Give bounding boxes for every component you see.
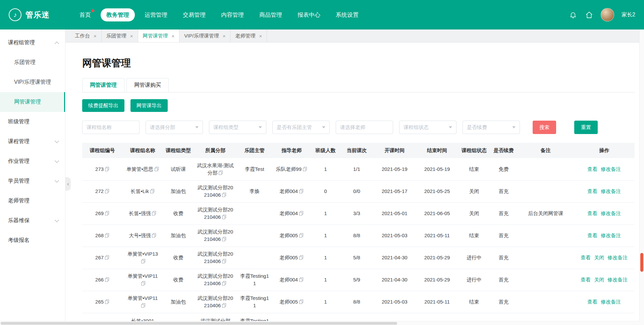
copy-icon[interactable] <box>105 211 109 216</box>
copy-icon[interactable] <box>141 281 146 286</box>
copy-icon[interactable] <box>303 167 307 172</box>
copy-icon[interactable] <box>299 233 304 238</box>
nav-item[interactable]: 商品管理 <box>254 8 288 21</box>
row-action[interactable]: 查看 <box>587 188 597 194</box>
copy-icon[interactable] <box>105 277 109 282</box>
open-tab[interactable]: 工作台× <box>70 29 102 42</box>
brand[interactable]: ♪ 管乐迷 <box>9 8 62 21</box>
copy-icon[interactable] <box>299 211 304 216</box>
copy-icon[interactable] <box>141 259 146 264</box>
copy-icon[interactable] <box>222 281 226 286</box>
bell-icon[interactable] <box>569 10 577 19</box>
close-icon[interactable]: × <box>130 33 133 39</box>
reset-button[interactable]: 重置 <box>574 121 598 134</box>
row-action[interactable]: 查看 <box>587 233 597 238</box>
search-button[interactable]: 搜索 <box>533 121 556 134</box>
filter-select[interactable]: 课程组类型 <box>209 121 266 134</box>
open-tab[interactable]: 网管课管理× <box>138 29 180 42</box>
home-icon[interactable] <box>585 10 593 19</box>
cell-course-group-id: 267 <box>82 247 122 269</box>
copy-icon[interactable] <box>299 300 304 304</box>
vertical-scrollbar[interactable] <box>639 29 644 321</box>
row-action[interactable]: 修改备注 <box>601 299 621 305</box>
row-action[interactable]: 修改备注 <box>601 233 621 238</box>
row-action[interactable]: 关闭 <box>594 277 604 282</box>
row-action[interactable]: 查看 <box>581 277 591 282</box>
filter-input[interactable]: 请选择老师 <box>336 121 393 134</box>
copy-icon[interactable] <box>299 255 304 260</box>
row-action[interactable]: 修改备注 <box>607 255 628 260</box>
copy-icon[interactable] <box>105 189 109 194</box>
filter-select[interactable]: 是否续费 <box>463 121 520 134</box>
copy-icon[interactable] <box>141 303 146 308</box>
export-button[interactable]: 续费提醒导出 <box>82 99 124 112</box>
nav-item[interactable]: 系统设置 <box>330 8 364 21</box>
open-tab[interactable]: 老师管理× <box>230 29 267 42</box>
vertical-scrollbar-thumb[interactable] <box>640 253 643 272</box>
filter-input[interactable]: 课程组名称 <box>82 121 140 134</box>
row-action[interactable]: 查看 <box>587 166 597 172</box>
copy-icon[interactable] <box>105 300 109 304</box>
export-button[interactable]: 网管课导出 <box>130 99 168 112</box>
sidebar-item[interactable]: 老师管理 <box>0 191 65 211</box>
copy-icon[interactable] <box>105 255 109 260</box>
row-action[interactable]: 查看 <box>581 255 591 260</box>
sidebar-item[interactable]: 课程组管理 <box>0 33 65 53</box>
close-icon[interactable]: × <box>172 33 175 39</box>
copy-icon[interactable] <box>299 277 304 282</box>
row-action[interactable]: 修改备注 <box>601 210 621 216</box>
copy-icon[interactable] <box>222 259 226 264</box>
copy-icon[interactable] <box>299 189 304 194</box>
horizontal-scrollbar[interactable] <box>0 321 639 325</box>
sidebar-item[interactable]: 班级管理 <box>0 112 65 132</box>
subtab[interactable]: 网管课购买 <box>126 78 169 92</box>
filter-select[interactable]: 是否有乐团主管 <box>272 121 330 134</box>
row-action[interactable]: 查看 <box>587 210 597 216</box>
copy-icon[interactable] <box>155 167 159 172</box>
copy-icon[interactable] <box>105 167 109 172</box>
nav-item[interactable]: 教务管理 <box>101 8 135 21</box>
sidebar-item[interactable]: 乐团管理 <box>0 53 65 72</box>
copy-icon[interactable] <box>219 171 223 175</box>
row-action[interactable]: 修改备注 <box>601 188 621 194</box>
avatar[interactable] <box>601 8 614 21</box>
subtab[interactable]: 网管课管理 <box>82 78 124 92</box>
sidebar-item[interactable]: 作业管理 <box>0 151 65 171</box>
close-icon[interactable]: × <box>223 33 226 39</box>
close-icon[interactable]: × <box>94 33 97 39</box>
row-action[interactable]: 修改备注 <box>607 277 628 282</box>
row-action[interactable]: 查看 <box>587 299 597 305</box>
sidebar-item[interactable]: 学员管理 <box>0 171 65 191</box>
close-icon[interactable]: × <box>259 33 262 39</box>
copy-icon[interactable] <box>152 233 156 238</box>
copy-icon[interactable] <box>222 193 226 197</box>
row-action[interactable]: 关闭 <box>594 255 604 260</box>
nav-item[interactable]: 报表中心 <box>292 8 326 21</box>
sidebar-item[interactable]: 网管课管理 <box>0 92 65 112</box>
sidebar-item[interactable]: 考级报名 <box>0 231 65 250</box>
nav-item[interactable]: 运营管理 <box>139 8 173 21</box>
copy-icon[interactable] <box>222 215 226 219</box>
cell-course-group-name: 长笛•强强 <box>122 202 163 224</box>
user-name[interactable]: 家长2 <box>622 11 635 18</box>
copy-icon[interactable] <box>152 211 156 216</box>
copy-icon[interactable] <box>150 189 155 194</box>
open-tab[interactable]: VIP/乐理课管理× <box>179 29 230 42</box>
sidebar-item[interactable]: 课程管理 <box>0 132 65 151</box>
sidebar-collapse-handle[interactable]: ‹ <box>65 177 71 191</box>
copy-icon[interactable] <box>105 233 109 238</box>
filter-select[interactable]: 课程组状态 <box>399 121 457 134</box>
nav-item[interactable]: 交易管理 <box>177 8 211 21</box>
sidebar-item[interactable]: 乐器维保 <box>0 211 65 231</box>
row-action[interactable]: 修改备注 <box>601 166 621 172</box>
open-tab[interactable]: 乐团管理× <box>102 29 138 42</box>
copy-icon[interactable] <box>222 237 226 242</box>
copy-icon[interactable] <box>222 303 226 308</box>
nav-item[interactable]: 内容管理 <box>215 8 250 21</box>
filter-select[interactable]: 请选择分部 <box>146 121 203 134</box>
nav-item[interactable]: 首页 <box>74 8 97 21</box>
cell-end-date: 2021-06-05 <box>416 202 459 224</box>
sidebar-item[interactable]: VIP/乐理课管理 <box>0 72 65 92</box>
cell-end-date: 2021-05-19 <box>416 158 459 180</box>
horizontal-scrollbar-thumb[interactable] <box>1 322 397 325</box>
